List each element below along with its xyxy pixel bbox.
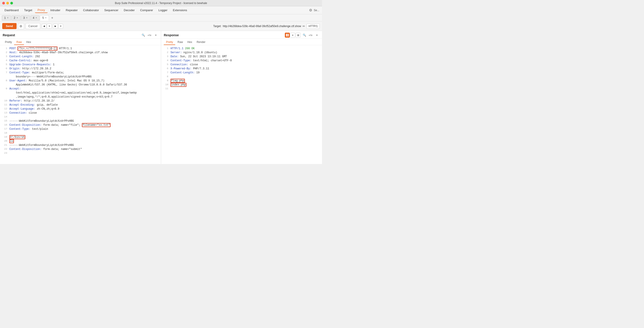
tab-5[interactable]: 5 × bbox=[40, 15, 49, 20]
request-code-area[interactable]: 1 POST /?c=.+/???/????????[@-[] HTTP/1.1… bbox=[0, 45, 161, 164]
close-button[interactable] bbox=[2, 2, 5, 4]
target-label: Target: bbox=[213, 24, 222, 28]
window-controls[interactable] bbox=[2, 2, 13, 4]
send-settings-button[interactable]: ⚙ bbox=[18, 23, 24, 29]
menu-sequencer[interactable]: Sequencer bbox=[102, 8, 121, 13]
svg-rect-0 bbox=[286, 34, 287, 36]
request-line-13: 13 Connection: close bbox=[0, 111, 161, 115]
nav-buttons: ◀ ▾ bbox=[42, 24, 52, 29]
menu-proxy[interactable]: Proxy bbox=[35, 8, 48, 13]
request-line-11: 11 Accept-Encoding: gzip, deflate bbox=[0, 103, 161, 107]
toolbar: Send ⚙ Cancel ◀ ▾ ▶ ▾ Target: http://4b2… bbox=[0, 22, 322, 31]
nav-forward-button[interactable]: ▶ bbox=[53, 24, 58, 29]
menu-target[interactable]: Target bbox=[22, 8, 35, 13]
send-button[interactable]: Send bbox=[2, 23, 16, 29]
request-line-3: 3 Content-Length: 292 bbox=[0, 54, 161, 58]
response-newline-icon[interactable]: ↵\n bbox=[308, 33, 313, 38]
request-line-4: 4 Cache-Control: max-age=0 bbox=[0, 58, 161, 63]
nav-back-dropdown[interactable]: ▾ bbox=[47, 24, 52, 29]
response-search-icon[interactable]: 🔍 bbox=[302, 33, 307, 38]
cancel-button[interactable]: Cancel bbox=[26, 23, 40, 29]
menu-logger[interactable]: Logger bbox=[156, 8, 170, 13]
response-sub-tabs: Pretty Raw Hex Render bbox=[161, 39, 322, 45]
view-toggle-grid[interactable]: ⊞ bbox=[296, 33, 300, 38]
request-line-18: 18 bbox=[0, 131, 161, 135]
response-tab-pretty[interactable]: Pretty bbox=[164, 40, 175, 45]
svg-rect-1 bbox=[288, 34, 289, 36]
target-edit-icon[interactable]: ✏ bbox=[302, 24, 305, 28]
tab-4[interactable]: 4 × bbox=[30, 15, 40, 20]
settings-icon[interactable]: ⚙ bbox=[308, 7, 314, 14]
request-tab-pretty[interactable]: Pretty bbox=[3, 40, 14, 45]
response-panel-actions: ≡ ⊞ 🔍 ↵\n ≡ bbox=[285, 33, 319, 38]
tab-1-close[interactable]: × bbox=[7, 16, 8, 19]
tab-1[interactable]: 1 × bbox=[2, 15, 11, 20]
response-line-2: 2 Server: nginx/1.18.0 (Ubuntu) bbox=[161, 50, 322, 54]
menu-decoder[interactable]: Decoder bbox=[121, 8, 138, 13]
settings-label: Se... bbox=[314, 9, 320, 12]
response-line-4: 4 Content-Type: text/html; charset=UTF-8 bbox=[161, 58, 322, 63]
nav-forward-group: ▶ ▾ bbox=[53, 24, 63, 29]
request-line-9b: text/html,application/xhtml+xml,applicat… bbox=[0, 91, 161, 95]
response-line-9: 9 flag.php bbox=[161, 79, 322, 83]
response-menu-icon[interactable]: ≡ bbox=[314, 33, 319, 38]
window-title: Burp Suite Professional v2022.11.4 - Tem… bbox=[115, 2, 207, 5]
request-tab-hex[interactable]: Hex bbox=[24, 40, 33, 45]
request-menu-icon[interactable]: ≡ bbox=[153, 33, 158, 38]
response-panel: Response ≡ ⊞ 🔍 ↵\n ≡ Pretty Raw Hex Rend… bbox=[161, 31, 322, 164]
tab-add-button[interactable]: + bbox=[50, 15, 55, 21]
response-code-area[interactable]: 1 HTTP/1.1 200 OK 2 Server: nginx/1.18.0… bbox=[161, 45, 322, 164]
menu-intruder[interactable]: Intruder bbox=[48, 8, 63, 13]
tab-2[interactable]: 2 × bbox=[12, 15, 20, 20]
request-line-21: 21 ------WebKitFormBoundaryLiptdcXzdrPPs… bbox=[0, 143, 161, 147]
request-line-15: 15 ------WebKitFormBoundaryLiptdcXzdrPPs… bbox=[0, 119, 161, 123]
response-line-7: 7 Content-Length: 19 bbox=[161, 71, 322, 75]
menu-comparer[interactable]: Comparer bbox=[138, 8, 156, 13]
response-line-3: 3 Date: Sun, 22 Oct 2023 13:19:11 GMT bbox=[161, 54, 322, 58]
view-toggle-split[interactable] bbox=[285, 33, 290, 38]
request-line-10: 10 Referer: http://172.20.10.2/ bbox=[0, 99, 161, 103]
tab-5-close[interactable]: × bbox=[45, 16, 46, 19]
view-toggle-list[interactable]: ≡ bbox=[290, 33, 295, 38]
response-tab-hex[interactable]: Hex bbox=[185, 40, 194, 45]
tab-4-close[interactable]: × bbox=[36, 16, 37, 19]
view-toggles: ≡ ⊞ bbox=[285, 33, 300, 38]
menubar: Dashboard Target Proxy Intruder Repeater… bbox=[0, 6, 322, 14]
request-line-6: 6 Origin: http://172.20.10.2 bbox=[0, 67, 161, 71]
request-line-12: 12 Accept-Language: zh-CN,zh;q=0.9 bbox=[0, 107, 161, 111]
response-line-6: 6 X-Powered-By: PHP/7.3.11 bbox=[161, 67, 322, 71]
nav-forward-dropdown[interactable]: ▾ bbox=[58, 24, 63, 29]
request-line-7: 7 Content-Type: multipart/form-data; bbox=[0, 71, 161, 75]
request-line-22: 22 Content-Disposition: form-data; name=… bbox=[0, 147, 161, 151]
request-sub-tabs: Pretty Raw Hex bbox=[0, 39, 161, 45]
minimize-button[interactable] bbox=[6, 2, 9, 4]
tab-3[interactable]: 3 × bbox=[21, 15, 30, 20]
menu-collaborator[interactable]: Collaborator bbox=[80, 8, 102, 13]
request-line-14: 14 bbox=[0, 115, 161, 119]
tab-3-close[interactable]: × bbox=[26, 16, 28, 19]
nav-back-button[interactable]: ◀ bbox=[42, 24, 46, 29]
request-tabs-row: 1 × 2 × 3 × 4 × 5 × + bbox=[0, 14, 322, 22]
tab-2-close[interactable]: × bbox=[16, 16, 18, 19]
response-panel-header: Response ≡ ⊞ 🔍 ↵\n ≡ bbox=[161, 31, 322, 39]
request-tab-raw[interactable]: Raw bbox=[14, 40, 24, 45]
response-tab-render[interactable]: Render bbox=[194, 40, 208, 45]
main-content: Request 🔍 ↵\n ≡ Pretty Raw Hex 1 POST /?… bbox=[0, 31, 322, 164]
request-line-1: 1 POST /?c=.+/???/????????[@-[] HTTP/1.1 bbox=[0, 46, 161, 50]
request-line-17: 17 Content-Type: text/plain bbox=[0, 127, 161, 131]
menu-dashboard[interactable]: Dashboard bbox=[2, 8, 22, 13]
request-line-8: 8 User-Agent: Mozilla/5.0 (Macintosh; In… bbox=[0, 79, 161, 83]
request-panel-title: Request bbox=[3, 33, 15, 37]
request-line-9c: ,image/apng,*/*;q=0.8,application/signed… bbox=[0, 95, 161, 99]
request-panel-actions: 🔍 ↵\n ≡ bbox=[141, 33, 158, 38]
response-tab-raw[interactable]: Raw bbox=[175, 40, 185, 45]
request-newline-icon[interactable]: ↵\n bbox=[147, 33, 152, 38]
titlebar: Burp Suite Professional v2022.11.4 - Tem… bbox=[0, 0, 322, 6]
response-line-10: 10 index.php bbox=[161, 83, 322, 87]
response-panel-title: Response bbox=[164, 33, 179, 37]
maximize-button[interactable] bbox=[10, 2, 13, 4]
http-version-badge[interactable]: HTTP/1 bbox=[306, 24, 320, 29]
menu-extensions[interactable]: Extensions bbox=[170, 8, 190, 13]
request-search-icon[interactable]: 🔍 bbox=[141, 33, 146, 38]
menu-repeater[interactable]: Repeater bbox=[63, 8, 80, 13]
